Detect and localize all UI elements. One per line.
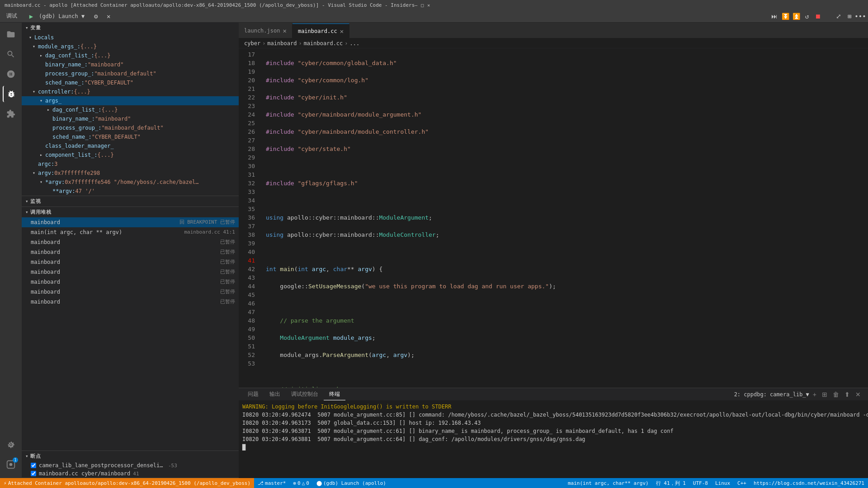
variables-header[interactable]: ▾ 变量 (22, 23, 239, 33)
callstack-item-4[interactable]: mainboard 已暂停 (22, 267, 239, 277)
status-language[interactable]: C++ (734, 480, 750, 486)
tab-output[interactable]: 输出 (264, 389, 286, 400)
debug-step-into-btn[interactable]: ⏬ (780, 11, 790, 21)
activity-search-icon[interactable] (3, 46, 19, 62)
debug-step-over-btn[interactable]: ⏭ (769, 11, 779, 21)
code-line-20: #include "cyber/mainboard/module_argumen… (260, 110, 868, 119)
status-cursor-pos[interactable]: main(int argc, char** argv) (564, 480, 652, 486)
split-editor-btn[interactable]: ⊞ (844, 11, 854, 21)
breakpoint-item-1[interactable]: camera_lib_lane_postprocessor_denseline_… (22, 461, 239, 469)
callstack-item-mainboard-top[interactable]: mainboard 回 BREAKPOINT 已暂停 (22, 217, 239, 227)
status-errors-text: 0 (297, 480, 301, 486)
debug-continue-btn[interactable]: ▶ (26, 11, 36, 21)
breakpoints-section: ▾ 断点 camera_lib_lane_postprocessor_dense… (22, 451, 239, 478)
var-binary-name[interactable]: binary_name_: "mainboard" (22, 60, 239, 69)
status-os[interactable]: Linux (712, 480, 734, 486)
var-sched-name[interactable]: sched_name_: "CYBER_DEFAULT" (22, 78, 239, 87)
locals-group[interactable]: Locals (22, 33, 239, 42)
activity-explorer-icon[interactable] (3, 26, 19, 42)
var-args-sched[interactable]: sched_name_: "CYBER_DEFAULT" (22, 132, 239, 141)
callstack-item-7[interactable]: mainboard 已暂停 (22, 297, 239, 307)
var-args-binary[interactable]: binary_name_: "mainboard" (22, 114, 239, 123)
status-url[interactable]: https://blog.csdn.net/weixin_43426271 (750, 480, 868, 486)
debug-console-label[interactable]: 2: cppdbg: camera_lib_▼ (734, 391, 809, 398)
tab-terminal[interactable]: 终端 (324, 389, 345, 400)
var-process-group[interactable]: process_group_: "mainboard_default" (22, 69, 239, 78)
tab-close-launch[interactable]: ✕ (283, 27, 286, 34)
callstack-loc: 已暂停 (220, 278, 235, 286)
expand-editor-btn[interactable]: ⤢ (834, 11, 844, 21)
breadcrumb-more[interactable]: ... (350, 40, 360, 47)
menu-debug[interactable]: 调试 (3, 11, 21, 21)
panel-close-btn[interactable]: ✕ (854, 390, 863, 399)
tab-close-mainboard[interactable]: ✕ (340, 28, 344, 35)
var-args-dag-conf[interactable]: dag_conf_list_: {...} (22, 105, 239, 114)
bottom-panel: 问题 输出 调试控制台 终端 2: cppdbg: camera_lib_▼ +… (239, 388, 868, 478)
callstack-item-main[interactable]: main(int argc, char ** argv) mainboard.c… (22, 227, 239, 237)
var-comp-list[interactable]: component_list_: {...} (22, 150, 239, 160)
activity-extensions-icon[interactable] (3, 106, 19, 122)
status-errors[interactable]: ⊗ 0 △ 0 (289, 478, 313, 488)
var-argv-double-deref[interactable]: **argv: 47 '/' (22, 187, 239, 196)
debug-step-out-btn[interactable]: ⏫ (791, 11, 801, 21)
callstack-item-6[interactable]: mainboard 已暂停 (22, 287, 239, 297)
tab-debug-console[interactable]: 调试控制台 (286, 389, 324, 400)
terminal-cursor-line (242, 443, 864, 451)
maximize-btn[interactable]: □ (421, 3, 424, 8)
status-debug-session[interactable]: ⬤ (gdb) Launch (apollo) (313, 478, 390, 488)
var-args-proc-group[interactable]: process_group_: "mainboard_default" (22, 123, 239, 132)
activity-git-icon[interactable] (3, 66, 19, 82)
code-editor[interactable]: 17 18 19 20 21 22 23 24 25 26 27 28 29 3… (239, 48, 868, 388)
watch-header[interactable]: ▾ 监视 (22, 196, 239, 206)
tab-mainboard-cc[interactable]: mainboard.cc ✕ (292, 23, 349, 38)
var-args[interactable]: args_ (22, 96, 239, 105)
activity-debug-icon[interactable] (3, 86, 19, 102)
activity-remote-icon[interactable]: 1 (3, 456, 19, 473)
var-dag-conf-list[interactable]: dag_conf_list_: {...} (22, 51, 239, 60)
tab-launch-json[interactable]: launch.json ✕ (239, 23, 292, 38)
var-controller[interactable]: controller: {...} (22, 87, 239, 96)
close-debug-btn[interactable]: ✕ (104, 11, 113, 21)
var-class-loader[interactable]: class_loader_manager_ (22, 141, 239, 150)
minimize-btn[interactable]: — (415, 3, 417, 8)
breakpoints-header[interactable]: ▾ 断点 (22, 451, 239, 461)
var-module-args[interactable]: module_args_: {...} (22, 42, 239, 51)
activity-settings-icon[interactable] (3, 436, 19, 453)
locals-arrow (29, 33, 34, 42)
tab-problems[interactable]: 问题 (242, 389, 264, 400)
debug-restart-btn[interactable]: ↺ (802, 11, 812, 21)
debug-stop-btn[interactable]: ⏹ (813, 11, 823, 21)
breakpoint-checkbox-1[interactable] (31, 463, 36, 468)
callstack-item-1[interactable]: mainboard 已暂停 (22, 237, 239, 247)
close-btn[interactable]: ✕ (427, 3, 430, 8)
more-actions-btn[interactable]: ••• (855, 11, 865, 21)
status-git-branch[interactable]: ⎇ master* (254, 478, 289, 488)
breadcrumb-file[interactable]: mainboard.cc (304, 40, 343, 47)
tab-bar: launch.json ✕ mainboard.cc ✕ (239, 23, 868, 38)
var-arrow (33, 42, 38, 51)
breakpoint-item-2[interactable]: mainboard.cc cyber/mainboard 41 (22, 469, 239, 478)
var-argc[interactable]: argc: 3 (22, 160, 239, 169)
breadcrumb-mainboard[interactable]: mainboard (267, 40, 297, 47)
status-line-col[interactable]: 行 41，列 1 (652, 480, 689, 487)
callstack-header[interactable]: ▾ 调用堆栈 (22, 207, 239, 217)
status-encoding[interactable]: UTF-8 (689, 480, 712, 486)
panel-add-btn[interactable]: + (811, 390, 818, 399)
panel-trash-btn[interactable]: 🗑 (831, 390, 841, 399)
editor-bottom-container: 17 18 19 20 21 22 23 24 25 26 27 28 29 3… (239, 48, 868, 478)
ln-41: 41 (239, 256, 255, 265)
callstack-item-5[interactable]: mainboard 已暂停 (22, 277, 239, 287)
ln-18: 18 (239, 59, 255, 67)
window-controls[interactable]: — □ ✕ (415, 3, 430, 8)
terminal-content[interactable]: WARNING: Logging before InitGoogleLoggin… (239, 401, 868, 478)
panel-split-btn[interactable]: ⊞ (820, 390, 829, 399)
callstack-item-2[interactable]: mainboard 已暂停 (22, 247, 239, 257)
var-argv-deref[interactable]: *argv: 0x7fffffffe546 "/home/yboss/.cach… (22, 178, 239, 187)
breadcrumb-cyber[interactable]: cyber (244, 40, 260, 47)
var-argv[interactable]: argv: 0x7fffffffe298 (22, 169, 239, 178)
callstack-item-3[interactable]: mainboard 已暂停 (22, 257, 239, 267)
panel-maximize-btn[interactable]: ⬆ (843, 390, 852, 399)
settings-icon[interactable]: ⚙ (91, 11, 101, 21)
status-remote[interactable]: ⚡ Attached Container apolloauto/apollo:d… (0, 478, 254, 488)
breakpoint-checkbox-2[interactable] (31, 471, 36, 476)
